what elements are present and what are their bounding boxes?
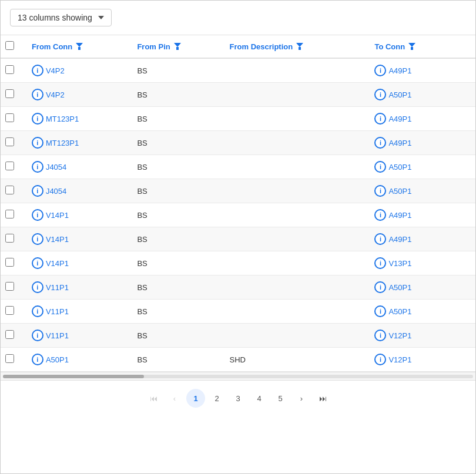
to-conn-link[interactable]: A50P1	[388, 283, 411, 292]
info-icon[interactable]: i	[32, 354, 43, 365]
cell-from-conn: iMT123P1	[27, 131, 133, 155]
row-checkbox[interactable]	[5, 330, 14, 339]
row-checkbox[interactable]	[5, 210, 14, 218]
from-conn-link[interactable]: V4P2	[46, 90, 65, 99]
row-checkbox[interactable]	[5, 306, 14, 315]
cell-from-desc	[225, 58, 370, 83]
to-conn-link[interactable]: V12P1	[388, 331, 411, 340]
cell-from-desc	[225, 275, 370, 300]
info-icon[interactable]: i	[32, 209, 43, 221]
info-icon[interactable]: i	[374, 305, 386, 317]
from-conn-link[interactable]: V11P1	[46, 331, 69, 340]
filter-icon-to-conn[interactable]	[408, 43, 415, 50]
from-conn-link[interactable]: MT123P1	[46, 115, 79, 123]
row-checkbox[interactable]	[5, 113, 14, 122]
info-icon[interactable]: i	[374, 89, 386, 100]
from-conn-link[interactable]: A50P1	[46, 355, 69, 364]
row-checkbox[interactable]	[5, 65, 14, 74]
to-conn-link[interactable]: A50P1	[388, 90, 411, 99]
from-conn-link[interactable]: J4054	[46, 187, 66, 196]
info-icon[interactable]: i	[32, 113, 43, 125]
info-icon[interactable]: i	[374, 354, 386, 365]
row-checkbox[interactable]	[5, 234, 14, 243]
from-conn-link[interactable]: V14P1	[46, 211, 69, 220]
filter-icon-from-conn[interactable]	[76, 43, 83, 50]
to-conn-link[interactable]: A49P1	[388, 211, 411, 220]
select-all-checkbox[interactable]	[5, 41, 14, 50]
info-icon[interactable]: i	[32, 233, 43, 245]
from-conn-link[interactable]: V11P1	[46, 307, 69, 316]
info-icon[interactable]: i	[32, 305, 43, 317]
from-conn-link[interactable]: V11P1	[46, 283, 69, 292]
cell-from-conn: iV14P1	[27, 203, 133, 227]
row-checkbox[interactable]	[5, 282, 14, 291]
info-icon[interactable]: i	[374, 113, 386, 125]
table-row: iV14P1BSiA49P1	[1, 227, 475, 251]
cell-to-conn: iV12P1	[370, 348, 475, 372]
to-conn-link[interactable]: A49P1	[388, 235, 411, 244]
to-conn-link[interactable]: A49P1	[388, 66, 411, 75]
cell-to-conn: iA50P1	[370, 300, 475, 324]
row-checkbox[interactable]	[5, 186, 14, 194]
info-icon[interactable]: i	[374, 330, 386, 341]
row-checkbox-cell	[1, 251, 27, 275]
scrollbar-thumb[interactable]	[3, 375, 144, 378]
page-button-2[interactable]: 2	[207, 389, 226, 408]
from-conn-link[interactable]: MT123P1	[46, 139, 79, 147]
row-checkbox[interactable]	[5, 258, 14, 267]
top-bar: 13 columns showing	[1, 1, 475, 35]
page-button-5[interactable]: 5	[271, 389, 290, 408]
cell-from-pin: BS	[132, 131, 224, 155]
cell-from-conn: iV11P1	[27, 324, 133, 348]
to-conn-link[interactable]: V13P1	[388, 259, 411, 268]
cell-from-desc	[225, 179, 370, 203]
row-checkbox[interactable]	[5, 137, 14, 146]
info-icon[interactable]: i	[374, 233, 386, 245]
info-icon[interactable]: i	[374, 209, 386, 221]
to-conn-link[interactable]: A50P1	[388, 307, 411, 316]
next-page-button[interactable]: ›	[292, 389, 311, 408]
info-icon[interactable]: i	[32, 281, 43, 293]
info-icon[interactable]: i	[32, 185, 43, 197]
to-conn-link[interactable]: A50P1	[388, 163, 411, 172]
from-conn-link[interactable]: V4P2	[46, 66, 65, 75]
row-checkbox[interactable]	[5, 354, 14, 363]
filter-icon-from-pin[interactable]	[174, 43, 181, 50]
row-checkbox[interactable]	[5, 89, 14, 98]
last-page-button[interactable]: ⏭	[313, 389, 332, 408]
cell-to-conn: iA50P1	[370, 155, 475, 179]
info-icon[interactable]: i	[32, 65, 43, 76]
info-icon[interactable]: i	[374, 65, 386, 76]
first-page-button[interactable]: ⏮	[144, 389, 163, 408]
info-icon[interactable]: i	[32, 330, 43, 341]
from-conn-link[interactable]: J4054	[46, 163, 66, 172]
from-conn-link[interactable]: V14P1	[46, 259, 69, 268]
page-button-1[interactable]: 1	[186, 389, 205, 408]
filter-icon-from-desc[interactable]	[296, 43, 303, 50]
info-icon[interactable]: i	[374, 137, 386, 149]
to-conn-link[interactable]: A49P1	[388, 115, 411, 123]
prev-page-button[interactable]: ‹	[165, 389, 184, 408]
to-conn-link[interactable]: A50P1	[388, 187, 411, 196]
horizontal-scrollbar[interactable]	[1, 372, 475, 381]
info-icon[interactable]: i	[374, 161, 386, 173]
row-checkbox[interactable]	[5, 162, 14, 170]
columns-dropdown[interactable]: 13 columns showing	[10, 9, 112, 26]
page-button-4[interactable]: 4	[250, 389, 269, 408]
col-header-check	[1, 35, 27, 58]
info-icon[interactable]: i	[374, 257, 386, 269]
info-icon[interactable]: i	[374, 185, 386, 197]
cell-to-conn: iV12P1	[370, 324, 475, 348]
info-icon[interactable]: i	[32, 161, 43, 173]
cell-from-pin: BS	[132, 251, 224, 275]
cell-from-desc: SHD	[225, 348, 370, 372]
page-button-3[interactable]: 3	[229, 389, 247, 408]
from-conn-link[interactable]: V14P1	[46, 235, 69, 244]
info-icon[interactable]: i	[32, 89, 43, 100]
info-icon[interactable]: i	[374, 281, 386, 293]
info-icon[interactable]: i	[32, 257, 43, 269]
info-icon[interactable]: i	[32, 137, 43, 149]
to-conn-link[interactable]: A49P1	[388, 139, 411, 147]
to-conn-link[interactable]: V12P1	[388, 355, 411, 364]
table-row: iA50P1BSSHDiV12P1	[1, 348, 475, 372]
